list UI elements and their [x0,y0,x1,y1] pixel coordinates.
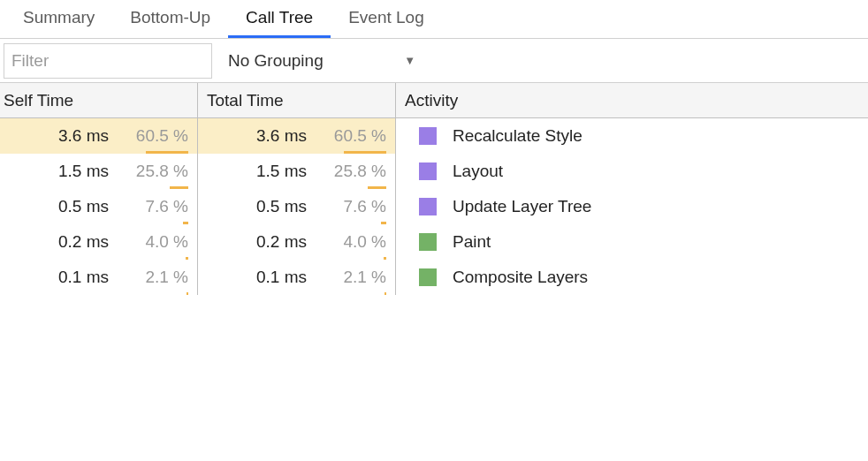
total-time-cell: 1.5 ms25.8 % [198,154,396,189]
total-time-value: 0.1 ms [256,268,307,287]
table-row[interactable]: 0.2 ms4.0 %0.2 ms4.0 %Paint [0,224,868,260]
activity-label: Paint [453,232,491,252]
table-row[interactable]: 0.1 ms2.1 %0.1 ms2.1 %Composite Layers [0,260,868,295]
self-time-percent: 2.1 % [118,268,188,287]
self-time-percent: 25.8 % [118,162,188,181]
activity-color-swatch [419,198,437,215]
self-time-value: 3.6 ms [58,126,109,146]
col-header-total-time[interactable]: Total Time [198,83,396,117]
activity-cell: Composite Layers [396,260,868,295]
total-time-percent: 4.0 % [316,232,386,252]
self-time-value: 0.5 ms [58,197,109,216]
activity-color-swatch [419,127,437,145]
table-row[interactable]: 3.6 ms60.5 %3.6 ms60.5 %Recalculate Styl… [0,118,868,154]
table-header: Self Time Total Time Activity [0,83,868,118]
total-time-value: 3.6 ms [256,126,307,146]
tab-summary[interactable]: Summary [5,0,112,38]
self-time-cell: 1.5 ms25.8 % [0,154,198,189]
self-time-cell: 0.5 ms7.6 % [0,189,198,224]
activity-cell: Recalculate Style [396,118,868,154]
activity-cell: Layout [396,154,868,189]
total-time-cell: 3.6 ms60.5 % [198,118,396,154]
self-time-percent: 7.6 % [118,197,188,216]
total-time-cell: 0.1 ms2.1 % [198,260,396,295]
table-row[interactable]: 1.5 ms25.8 %1.5 ms25.8 %Layout [0,154,868,189]
self-time-value: 1.5 ms [58,162,109,181]
tab-bar: Summary Bottom-Up Call Tree Event Log [0,0,868,39]
chevron-down-icon: ▼ [404,54,415,67]
self-time-percent: 60.5 % [118,126,188,146]
grouping-label: No Grouping [228,51,324,71]
activity-color-swatch [419,162,437,180]
total-time-cell: 0.5 ms7.6 % [198,189,396,224]
activity-label: Recalculate Style [453,126,582,146]
total-time-percent: 7.6 % [316,197,386,216]
table-row[interactable]: 0.5 ms7.6 %0.5 ms7.6 %Update Layer Tree [0,189,868,224]
tab-bottom-up[interactable]: Bottom-Up [112,0,228,38]
filter-bar: No Grouping ▼ [0,39,868,83]
grouping-select[interactable]: No Grouping ▼ [212,39,424,82]
activity-label: Update Layer Tree [453,197,591,216]
tab-event-log[interactable]: Event Log [331,0,442,38]
self-time-cell: 3.6 ms60.5 % [0,118,198,154]
total-time-value: 0.5 ms [256,197,307,216]
self-time-value: 0.2 ms [58,232,109,252]
total-time-percent: 2.1 % [316,268,386,287]
self-time-percent: 4.0 % [118,232,188,252]
activity-label: Layout [453,162,503,181]
activity-label: Composite Layers [453,268,588,287]
total-time-percent: 25.8 % [316,162,386,181]
activity-cell: Update Layer Tree [396,189,868,224]
activity-color-swatch [419,268,437,286]
table-body: 3.6 ms60.5 %3.6 ms60.5 %Recalculate Styl… [0,118,868,295]
self-time-cell: 0.2 ms4.0 % [0,224,198,260]
col-header-activity[interactable]: Activity [396,83,868,117]
total-time-cell: 0.2 ms4.0 % [198,224,396,260]
tab-call-tree[interactable]: Call Tree [228,0,331,38]
self-time-value: 0.1 ms [58,268,109,287]
activity-cell: Paint [396,224,868,260]
filter-input[interactable] [4,43,212,79]
total-time-value: 0.2 ms [256,232,307,252]
total-time-value: 1.5 ms [256,162,307,181]
self-time-cell: 0.1 ms2.1 % [0,260,198,295]
col-header-self-time[interactable]: Self Time [0,83,198,117]
total-time-percent: 60.5 % [316,126,386,146]
activity-color-swatch [419,233,437,251]
